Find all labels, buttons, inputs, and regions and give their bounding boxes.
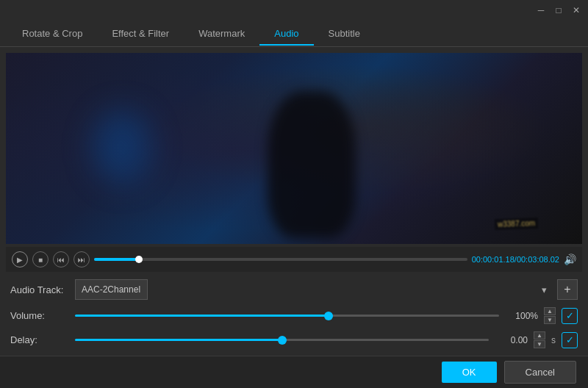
- stop-button[interactable]: ■: [32, 251, 49, 267]
- delay-slider[interactable]: [75, 339, 489, 341]
- delay-slider-wrap: [75, 339, 489, 341]
- delay-suffix: s: [551, 335, 556, 345]
- volume-slider-wrap: [75, 315, 499, 317]
- track-select-wrap: AAC-2Channel +: [75, 279, 578, 300]
- tab-audio[interactable]: Audio: [259, 22, 313, 45]
- playback-bar: ▶ ■ ⏮ ⏭ 00:00:01.18/00:03:08.02 🔊: [6, 247, 582, 272]
- volume-down-button[interactable]: ▼: [544, 316, 556, 324]
- minimize-button[interactable]: ─: [535, 4, 547, 16]
- total-time: 00:03:08.02: [517, 255, 559, 264]
- current-time: 00:00:01.18: [472, 255, 514, 264]
- delay-row: Delay: 0.00 ▲ ▼ s ✓: [10, 331, 578, 348]
- add-track-button[interactable]: +: [557, 279, 578, 300]
- video-preview: w3387.com: [6, 53, 582, 244]
- video-light: [93, 110, 151, 184]
- delay-down-button[interactable]: ▼: [534, 340, 545, 348]
- close-button[interactable]: ✕: [570, 4, 582, 16]
- delay-up-button[interactable]: ▲: [534, 331, 545, 340]
- track-select-wrapper: AAC-2Channel: [75, 279, 553, 300]
- tab-watermark[interactable]: Watermark: [184, 22, 259, 45]
- volume-check-icon[interactable]: ✓: [562, 308, 578, 324]
- time-display: 00:00:01.18/00:03:08.02: [472, 255, 559, 264]
- tab-effect-filter[interactable]: Effect & Filter: [97, 22, 184, 45]
- audio-track-row: Audio Track: AAC-2Channel +: [10, 279, 578, 300]
- volume-value: 100%: [505, 311, 538, 321]
- audio-track-label: Audio Track:: [10, 284, 69, 295]
- video-figure: [268, 91, 356, 238]
- volume-slider[interactable]: [75, 315, 499, 317]
- cancel-button[interactable]: Cancel: [504, 361, 576, 384]
- delay-label: Delay:: [10, 334, 69, 345]
- title-bar: ─ □ ✕: [0, 0, 588, 21]
- volume-icon[interactable]: 🔊: [564, 254, 576, 265]
- play-button[interactable]: ▶: [12, 251, 28, 267]
- next-button[interactable]: ⏭: [74, 251, 90, 267]
- volume-up-button[interactable]: ▲: [544, 307, 556, 315]
- footer: OK Cancel: [0, 356, 588, 388]
- delay-value: 0.00: [495, 335, 528, 345]
- delay-spinner: ▲ ▼: [534, 331, 545, 348]
- progress-bar[interactable]: [94, 258, 467, 261]
- tab-bar: Rotate & Crop Effect & Filter Watermark …: [0, 21, 588, 47]
- volume-row: Volume: 100% ▲ ▼ ✓: [10, 307, 578, 324]
- video-watermark: w3387.com: [495, 218, 539, 230]
- progress-fill: [94, 258, 139, 261]
- delay-check-icon[interactable]: ✓: [562, 332, 578, 348]
- ok-button[interactable]: OK: [442, 362, 497, 383]
- progress-thumb: [135, 256, 143, 263]
- tab-rotate-crop[interactable]: Rotate & Crop: [7, 22, 97, 45]
- volume-spinner: ▲ ▼: [544, 307, 556, 324]
- audio-track-select[interactable]: AAC-2Channel: [75, 279, 148, 300]
- video-area: Original: 1898x700 Output: 1898x700 w338…: [6, 53, 582, 244]
- prev-button[interactable]: ⏮: [53, 251, 69, 267]
- volume-label: Volume:: [10, 310, 69, 321]
- maximize-button[interactable]: □: [553, 4, 564, 16]
- tab-subtitle[interactable]: Subtitle: [314, 22, 375, 45]
